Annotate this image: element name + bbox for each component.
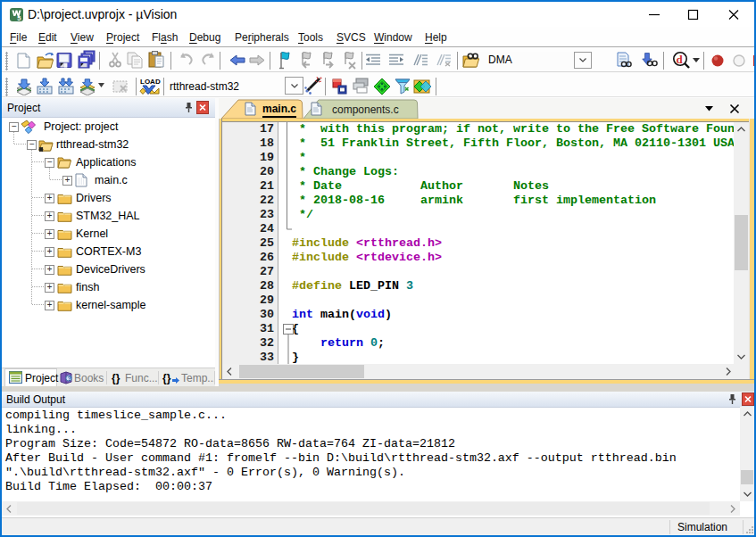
svg-text:LOAD: LOAD xyxy=(140,78,161,86)
svg-text:d: d xyxy=(677,53,684,66)
svg-text:5: 5 xyxy=(17,14,21,22)
svg-text:?: ? xyxy=(68,376,71,382)
